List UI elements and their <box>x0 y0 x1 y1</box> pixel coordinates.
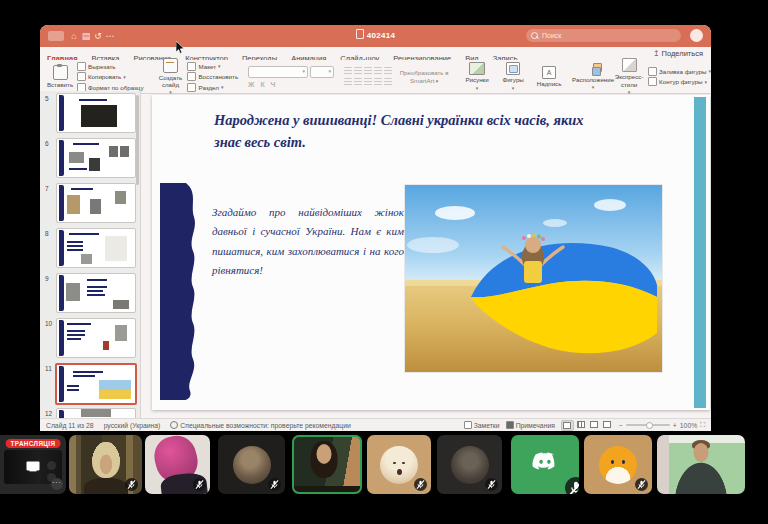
line-spacing-icon[interactable] <box>384 67 392 75</box>
slide-number: 9 <box>45 275 49 282</box>
align-center-icon[interactable] <box>354 78 362 86</box>
participant-tile-5[interactable] <box>292 435 362 494</box>
participant-avatar <box>451 446 489 484</box>
tile-more-options-button[interactable]: ··· <box>51 478 63 490</box>
ribbon-tabs: ГлавнаяВставкаРисованиеКонструкторПерехо… <box>40 47 711 60</box>
cut-button[interactable]: Вырезать <box>77 62 143 71</box>
section-button[interactable]: Раздел <box>187 83 238 92</box>
fit-to-window-button[interactable]: ⛶ <box>700 421 705 429</box>
zoom-out-button[interactable]: − <box>619 422 623 429</box>
panel-scrollbar[interactable] <box>136 95 139 185</box>
share-button[interactable]: ↥Поделиться <box>653 47 703 60</box>
notes-toggle[interactable]: Заметки <box>464 421 500 429</box>
microphone-muted-icon <box>125 477 138 490</box>
device-knobs <box>47 461 56 470</box>
indent-increase-icon[interactable] <box>374 67 382 75</box>
textbox-button[interactable]: А Надпись <box>532 66 566 87</box>
quick-styles-button[interactable]: Экспресс-стили <box>612 58 646 94</box>
participant-tile-3[interactable] <box>145 435 210 494</box>
pictures-button[interactable]: Рисунки <box>460 62 494 90</box>
new-slide-icon <box>163 58 178 73</box>
account-avatar[interactable] <box>690 29 703 42</box>
justify-icon[interactable] <box>374 78 382 86</box>
slide-thumbnail-image[interactable] <box>56 93 136 133</box>
shape-outline-icon <box>648 77 657 86</box>
reset-button[interactable]: Восстановить <box>187 72 238 81</box>
slide-thumbnail-image[interactable] <box>56 318 136 358</box>
screen: ⌂ ▤ ↺ ⋯ 402414 Поиск ГлавнаяВставкаРисов… <box>0 0 768 524</box>
numbering-icon[interactable] <box>354 67 362 75</box>
language-indicator[interactable]: русский (Украина) <box>104 422 161 429</box>
participant-tile-10[interactable] <box>657 435 745 494</box>
participant-tile-9[interactable] <box>584 435 652 494</box>
align-left-icon[interactable] <box>344 78 352 86</box>
reading-view-button[interactable] <box>589 420 600 429</box>
arrange-icon <box>587 63 600 75</box>
slide-thumbnail-image[interactable] <box>55 363 137 405</box>
ribbon: Вставить Вырезать Копировать Формат по о… <box>40 60 711 94</box>
columns-icon[interactable] <box>384 78 392 86</box>
participant-tile-1-broadcast[interactable]: ТРАНСЛЯЦІЯ··· <box>0 435 66 494</box>
font-format-buttons[interactable]: Ж К Ч <box>248 81 334 88</box>
zoom-level[interactable]: 100% <box>680 422 697 429</box>
slideshow-button[interactable] <box>602 420 613 429</box>
slide-thumbnail-image[interactable] <box>56 183 136 223</box>
slide-thumbnail-image[interactable] <box>56 228 136 268</box>
cut-icon <box>77 62 86 71</box>
slide-title[interactable]: Народжена у вишиванці! Славні українки в… <box>214 110 586 154</box>
microphone-muted-icon <box>414 477 427 490</box>
notes-icon <box>464 421 472 429</box>
slide-number: 8 <box>45 230 49 237</box>
convert-smartart-button[interactable]: Преобразовать в SmartArt <box>398 69 450 84</box>
slides-group: Создать слайд Макет Восстановить Раздел <box>150 60 241 93</box>
share-icon: ↥ <box>653 47 660 60</box>
quick-styles-icon <box>622 58 637 72</box>
align-right-icon[interactable] <box>364 78 372 86</box>
participant-tile-2[interactable] <box>69 435 142 494</box>
slide-navy-wave-band <box>160 183 200 400</box>
bullets-icon[interactable] <box>344 67 352 75</box>
normal-view-button[interactable] <box>561 420 574 431</box>
microphone-muted-icon <box>268 477 281 490</box>
slide-sorter-view-button[interactable] <box>576 420 587 429</box>
layout-icon <box>187 62 196 71</box>
arrange-group: Расположение Экспресс-стили Заливка фигу… <box>573 60 711 93</box>
participant-tile-8[interactable] <box>511 435 579 494</box>
shapes-icon <box>506 62 520 75</box>
shape-fill-button[interactable]: Заливка фигуры <box>648 67 711 76</box>
comments-toggle[interactable]: Примечания <box>506 421 555 429</box>
indent-decrease-icon[interactable] <box>364 67 372 75</box>
shapes-button[interactable]: Фигуры <box>496 62 530 90</box>
participant-avatar <box>599 446 637 484</box>
slide-thumbnail-image[interactable] <box>56 273 136 313</box>
slide-number: 6 <box>45 140 49 147</box>
participant-tile-7[interactable] <box>437 435 502 494</box>
layout-button[interactable]: Макет <box>187 62 238 71</box>
shape-fill-icon <box>648 67 657 76</box>
slide-number: 5 <box>45 95 49 102</box>
arrange-button[interactable]: Расположение <box>576 63 610 90</box>
zoom-slider-knob[interactable] <box>646 422 653 429</box>
smartart-group: Преобразовать в SmartArt <box>395 60 453 93</box>
copy-button[interactable]: Копировать <box>77 72 143 81</box>
copy-icon <box>77 72 86 81</box>
microphone-muted-icon <box>635 477 648 490</box>
font-size-select[interactable] <box>310 66 334 78</box>
font-name-select[interactable] <box>248 66 308 78</box>
microphone-muted-icon <box>193 477 206 490</box>
participant-tile-6[interactable] <box>367 435 431 494</box>
slide-body-text[interactable]: Згадаймо про найвідоміших жінок давньої … <box>212 203 404 280</box>
paste-button[interactable]: Вставить <box>43 65 77 88</box>
zoom-slider[interactable] <box>626 424 670 426</box>
search-input[interactable]: Поиск <box>526 29 681 42</box>
zoom-in-button[interactable]: + <box>673 422 677 429</box>
accessibility-check[interactable]: Специальные возможности: проверьте реком… <box>170 421 350 429</box>
new-slide-button[interactable]: Создать слайд <box>153 58 187 95</box>
slide-thumbnail-image[interactable] <box>56 408 136 418</box>
microphone-muted-icon <box>485 477 498 490</box>
participant-tile-4[interactable] <box>218 435 285 494</box>
slide-photo-girl-with-flag[interactable] <box>405 185 662 372</box>
slide-thumbnail-image[interactable] <box>56 138 136 178</box>
shape-outline-button[interactable]: Контур фигуры <box>648 77 711 86</box>
paste-icon <box>53 65 68 80</box>
